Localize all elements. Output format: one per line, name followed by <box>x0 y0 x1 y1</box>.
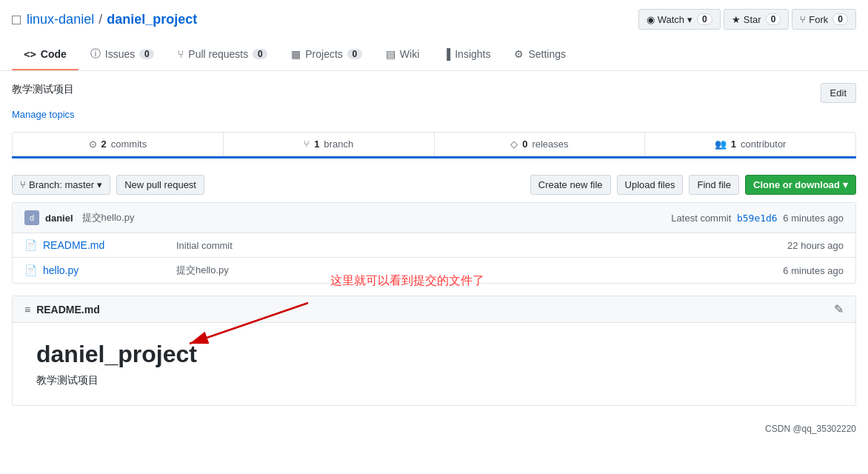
fork-button[interactable]: ⑂ Fork 0 <box>792 9 856 30</box>
readme-header: ≡ README.md ✎ <box>13 296 855 323</box>
clone-dropdown-arrow: ▾ <box>843 179 848 190</box>
code-icon: <> <box>24 48 36 60</box>
stat-commits[interactable]: ⊙ 2 commits <box>13 133 224 156</box>
readme-subtitle: 教学测试项目 <box>36 374 832 387</box>
watch-button[interactable]: ◉ Watch ▾ 0 <box>638 9 721 30</box>
create-new-file-button[interactable]: Create new file <box>530 175 611 195</box>
tab-code[interactable]: <> Code <box>12 39 79 70</box>
readme-book-icon: ≡ <box>24 304 30 316</box>
branch-selector[interactable]: ⑂ Branch: master ▾ <box>12 175 110 195</box>
tab-wiki[interactable]: ▤ Wiki <box>374 39 431 70</box>
clone-or-download-button[interactable]: Clone or download ▾ <box>745 175 856 195</box>
contributors-label: contributor <box>741 138 786 150</box>
commits-count: 2 <box>101 138 107 150</box>
tab-code-label: Code <box>41 48 67 60</box>
file-name-readme[interactable]: README.md <box>43 239 176 251</box>
star-label: Star <box>744 14 761 25</box>
commit-time: 6 minutes ago <box>783 213 844 224</box>
file-time-hello: 6 minutes ago <box>783 265 844 276</box>
file-actions-right: Create new file Upload files Find file C… <box>530 175 856 195</box>
stat-divider <box>12 156 856 158</box>
releases-label: releases <box>532 138 568 150</box>
find-file-button[interactable]: Find file <box>689 175 739 195</box>
author-name[interactable]: daniel <box>45 213 73 224</box>
repo-nav: <> Code ⓘ Issues 0 ⑂ Pull requests 0 ▦ P… <box>0 39 868 71</box>
releases-count: 0 <box>522 138 527 150</box>
file-table-header: d daniel 提交hello.py Latest commit b59e1d… <box>13 203 855 233</box>
file-table: d daniel 提交hello.py Latest commit b59e1d… <box>12 202 856 284</box>
insights-icon: ▐ <box>443 48 450 60</box>
stat-contributors[interactable]: 👥 1 contributor <box>645 133 855 156</box>
readme-edit-button[interactable]: ✎ <box>834 302 844 316</box>
branches-label: branch <box>324 138 353 150</box>
clone-label: Clone or download <box>753 179 840 190</box>
tab-issues[interactable]: ⓘ Issues 0 <box>79 39 166 71</box>
branch-label: Branch: master <box>29 179 94 190</box>
readme-container: ≡ README.md ✎ daniel_project 教学测试项目 <box>12 296 856 406</box>
stat-branches[interactable]: ⑂ 1 branch <box>224 133 435 156</box>
tab-insights[interactable]: ▐ Insights <box>431 39 502 70</box>
file-icon: 📄 <box>24 239 37 251</box>
branch-dropdown-arrow: ▾ <box>97 179 102 190</box>
repo-description: 教学测试项目 Edit <box>12 83 856 103</box>
fork-icon: ⑂ <box>800 14 806 25</box>
stat-releases[interactable]: ◇ 0 releases <box>435 133 646 156</box>
tag-icon: ◇ <box>510 138 518 150</box>
file-time-readme: 22 hours ago <box>787 240 844 251</box>
tab-projects-label: Projects <box>305 48 343 60</box>
commit-meta: Latest commit b59e1d6 6 minutes ago <box>671 213 844 224</box>
settings-icon: ⚙ <box>514 48 524 60</box>
fork-label: Fork <box>809 14 828 25</box>
branch-icon: ⑂ <box>304 138 310 150</box>
file-name-hello[interactable]: hello.py <box>43 264 176 276</box>
pr-badge: 0 <box>253 49 267 59</box>
repo-title: □ linux-daniel / daniel_project <box>12 11 197 28</box>
readme-project-title: daniel_project <box>36 341 832 368</box>
tab-pull-requests[interactable]: ⑂ Pull requests 0 <box>166 39 279 70</box>
edit-button[interactable]: Edit <box>821 83 856 103</box>
tab-settings-label: Settings <box>528 48 566 60</box>
issues-badge: 0 <box>139 49 154 59</box>
watch-label: Watch <box>658 14 684 25</box>
pr-icon: ⑂ <box>178 48 184 60</box>
commit-message: 提交hello.py <box>82 211 135 224</box>
stats-bar: ⊙ 2 commits ⑂ 1 branch ◇ 0 releases 👥 1 … <box>12 132 856 156</box>
commit-sha[interactable]: b59e1d6 <box>737 213 778 224</box>
file-icon: 📄 <box>24 264 37 276</box>
commit-icon: ⊙ <box>89 138 97 150</box>
description-text: 教学测试项目 <box>12 83 74 96</box>
footer-text: CSDN @qq_35302220 <box>765 424 856 434</box>
file-actions: ⑂ Branch: master ▾ New pull request Crea… <box>12 167 856 202</box>
manage-topics[interactable]: Manage topics <box>12 109 856 120</box>
readme-title-bar: ≡ README.md <box>24 304 100 316</box>
star-count: 0 <box>766 13 781 25</box>
upload-files-button[interactable]: Upload files <box>617 175 684 195</box>
wiki-icon: ▤ <box>386 48 395 60</box>
latest-commit-label: Latest commit <box>671 213 731 224</box>
star-button[interactable]: ★ Star 0 <box>724 9 789 30</box>
repo-name[interactable]: daniel_project <box>107 12 197 27</box>
tab-insights-label: Insights <box>455 48 490 60</box>
watch-count: 0 <box>697 13 712 25</box>
people-icon: 👥 <box>715 138 727 150</box>
file-actions-left: ⑂ Branch: master ▾ New pull request <box>12 175 204 195</box>
readme-title-text: README.md <box>36 304 100 316</box>
table-row: 📄 README.md Initial commit 22 hours ago <box>13 233 855 258</box>
branches-count: 1 <box>314 138 319 150</box>
eye-icon: ◉ <box>647 14 655 25</box>
dropdown-arrow: ▾ <box>687 14 692 25</box>
new-pull-request-button[interactable]: New pull request <box>116 175 204 195</box>
commits-label: commits <box>111 138 147 150</box>
tab-projects[interactable]: ▦ Projects 0 <box>279 39 374 70</box>
tab-settings[interactable]: ⚙ Settings <box>502 39 578 70</box>
repo-content: 教学测试项目 Edit Manage topics ⊙ 2 commits ⑂ … <box>0 71 868 418</box>
tab-pr-label: Pull requests <box>188 48 248 60</box>
repo-header: □ linux-daniel / daniel_project ◉ Watch … <box>0 0 868 39</box>
repo-actions: ◉ Watch ▾ 0 ★ Star 0 ⑂ Fork 0 <box>638 9 856 30</box>
repo-owner[interactable]: linux-daniel <box>27 12 94 27</box>
projects-icon: ▦ <box>291 48 301 60</box>
star-icon: ★ <box>732 14 741 25</box>
avatar: d <box>24 210 39 225</box>
tab-issues-label: Issues <box>105 48 135 60</box>
repo-separator: / <box>99 12 102 27</box>
